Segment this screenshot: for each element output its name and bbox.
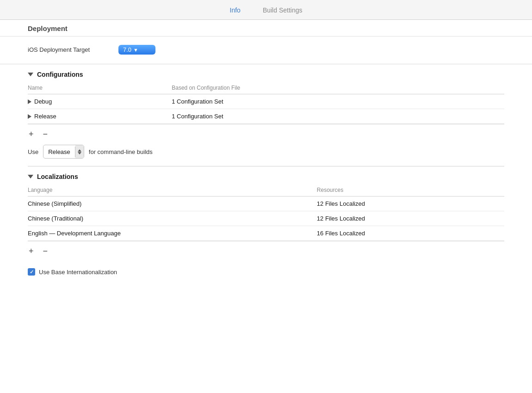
stepper-up-icon bbox=[78, 149, 81, 152]
col-language-header: Language bbox=[28, 185, 289, 196]
col-resources-header: Resources bbox=[289, 185, 504, 196]
deployment-row: iOS Deployment Target 7.0 ▼ bbox=[28, 45, 504, 55]
configurations-toolbar: + − bbox=[28, 124, 504, 145]
table-row: Chinese (Simplified) 12 Files Localized bbox=[28, 196, 504, 211]
config-name-cell: Debug bbox=[28, 94, 144, 109]
localizations-toolbar: + − bbox=[28, 241, 504, 262]
partial-header: Deployment bbox=[0, 20, 532, 37]
lang-chinese-simplified: Chinese (Simplified) bbox=[28, 196, 289, 211]
stepper-down-icon bbox=[78, 152, 81, 154]
chevron-down-icon: ▼ bbox=[133, 47, 138, 53]
lang-chinese-traditional: Chinese (Traditional) bbox=[28, 211, 289, 226]
table-row: Chinese (Traditional) 12 Files Localized bbox=[28, 211, 504, 226]
base-internationalization-row: ✓ Use Base Internationalization bbox=[28, 262, 504, 280]
localizations-title: Localizations bbox=[37, 173, 78, 180]
localizations-section: Localizations Language Resources Chinese… bbox=[0, 166, 532, 280]
tab-build-settings[interactable]: Build Settings bbox=[261, 6, 304, 15]
expand-debug-icon[interactable] bbox=[28, 99, 31, 104]
configuration-stepper-dropdown[interactable]: Release bbox=[43, 145, 84, 159]
table-row: Debug 1 Configuration Set bbox=[28, 94, 504, 109]
resources-chinese-traditional: 12 Files Localized bbox=[289, 211, 504, 226]
resources-chinese-simplified: 12 Files Localized bbox=[289, 196, 504, 211]
configurations-header: Configurations bbox=[28, 64, 504, 83]
base-internationalization-checkbox[interactable]: ✓ bbox=[28, 268, 35, 276]
base-internationalization-label: Use Base Internationalization bbox=[39, 269, 117, 276]
resources-english: 16 Files Localized bbox=[289, 226, 504, 241]
config-name-release: Release bbox=[34, 113, 56, 120]
collapse-configurations-icon[interactable] bbox=[28, 73, 33, 76]
configurations-section: Configurations Name Based on Configurati… bbox=[0, 64, 532, 166]
configurations-table: Name Based on Configuration File Debug 1… bbox=[28, 83, 504, 124]
deployment-section: iOS Deployment Target 7.0 ▼ bbox=[0, 37, 532, 64]
tab-bar: Info Build Settings bbox=[0, 0, 532, 20]
config-based-on-release: 1 Configuration Set bbox=[144, 109, 504, 124]
use-suffix-label: for command-line builds bbox=[89, 148, 153, 155]
add-localization-button[interactable]: + bbox=[28, 247, 35, 255]
config-name-debug: Debug bbox=[34, 98, 52, 105]
stepper-arrows[interactable] bbox=[75, 145, 84, 158]
deployment-target-dropdown[interactable]: 7.0 ▼ bbox=[118, 45, 155, 55]
localizations-table: Language Resources Chinese (Simplified) … bbox=[28, 185, 504, 241]
deployment-value: 7.0 bbox=[123, 46, 131, 53]
add-configuration-button[interactable]: + bbox=[28, 130, 35, 138]
checkmark-icon: ✓ bbox=[30, 269, 34, 275]
configuration-stepper-value: Release bbox=[43, 147, 75, 157]
localizations-header: Localizations bbox=[28, 166, 504, 185]
table-row: English — Development Language 16 Files … bbox=[28, 226, 504, 241]
use-label: Use bbox=[28, 148, 38, 155]
use-configuration-row: Use Release for command-line builds bbox=[28, 145, 504, 166]
expand-release-icon[interactable] bbox=[28, 114, 31, 119]
tab-info[interactable]: Info bbox=[228, 6, 242, 15]
configurations-title: Configurations bbox=[37, 71, 83, 78]
collapse-localizations-icon[interactable] bbox=[28, 175, 33, 178]
deployment-label: iOS Deployment Target bbox=[28, 46, 111, 53]
remove-configuration-button[interactable]: − bbox=[42, 130, 49, 138]
config-name-cell: Release bbox=[28, 109, 144, 124]
lang-english: English — Development Language bbox=[28, 226, 289, 241]
remove-localization-button[interactable]: − bbox=[42, 247, 49, 255]
config-based-on-debug: 1 Configuration Set bbox=[144, 94, 504, 109]
col-based-on-header: Based on Configuration File bbox=[144, 83, 504, 94]
col-name-header: Name bbox=[28, 83, 144, 94]
table-row: Release 1 Configuration Set bbox=[28, 109, 504, 124]
